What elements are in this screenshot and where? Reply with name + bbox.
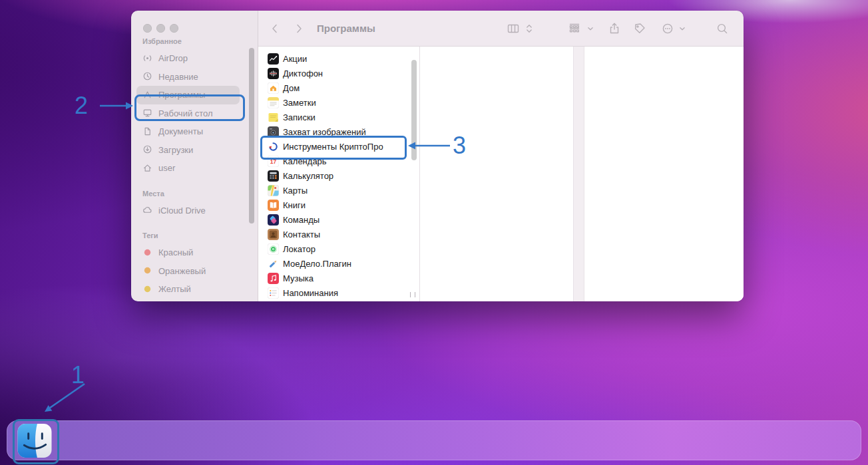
sidebar-section: ИзбранноеAirDropНедавниеПрограммыРабочий… (131, 33, 258, 178)
app-row-contacts[interactable]: Контакты (258, 227, 419, 241)
svg-text:17: 17 (270, 158, 277, 165)
column-resize-handle[interactable] (410, 292, 415, 297)
app-row-shortcuts[interactable]: Команды (258, 212, 419, 227)
sidebar-item-user[interactable]: user (136, 159, 240, 178)
app-row-label: Инструменты КриптоПро (283, 142, 383, 152)
column-empty-preview (420, 47, 573, 301)
tag-icon[interactable] (632, 21, 647, 36)
app-row-notes[interactable]: Заметки (258, 95, 419, 110)
app-row-label: МоеДело.Плагин (283, 259, 351, 269)
sidebar-item-airdrop[interactable]: AirDrop (136, 49, 240, 68)
share-icon[interactable] (607, 21, 622, 36)
applications-list: АкцииДиктофонДомЗаметкиЗапискиЗахват изо… (258, 47, 419, 301)
view-sort-chevrons-icon[interactable] (522, 21, 537, 36)
sidebar-section-header: Места (131, 186, 258, 202)
cloud-icon (142, 205, 153, 216)
app-row-stocks[interactable]: Акции (258, 51, 419, 66)
sidebar-item-icloud-drive[interactable]: iCloud Drive (136, 202, 240, 220)
home-icon (142, 163, 153, 174)
app-row-calculator[interactable]: Калькулятор (258, 168, 419, 183)
column-divider[interactable] (573, 47, 584, 301)
column-view-icon[interactable] (506, 21, 521, 36)
desktop-icon (142, 108, 153, 118)
sidebar-item-label: Красный (158, 247, 193, 257)
sidebar-item-label: Оранжевый (158, 266, 206, 276)
reminders-icon (268, 287, 279, 299)
document-icon (142, 126, 153, 137)
minimize-button[interactable] (156, 24, 165, 33)
search-icon[interactable] (715, 21, 730, 36)
shortcuts-icon (268, 214, 279, 226)
app-row-label: Диктофон (283, 69, 323, 78)
download-circle-icon (142, 144, 153, 155)
column-view-content: АкцииДиктофонДомЗаметкиЗапискиЗахват изо… (258, 47, 744, 301)
column-empty-preview-2 (584, 47, 744, 301)
sidebar-item-downloads[interactable]: Загрузки (136, 141, 240, 160)
more-chevron-down-icon[interactable] (675, 21, 690, 36)
dock (7, 420, 861, 460)
app-row-next-clipped[interactable] (258, 300, 419, 301)
finder-sidebar: ИзбранноеAirDropНедавниеПрограммыРабочий… (131, 11, 258, 301)
app-row-label: Захват изображений (283, 127, 366, 137)
app-row-home[interactable]: Дом (258, 80, 419, 95)
app-row-cryptopro-tools[interactable]: Инструменты КриптоПро (258, 139, 419, 154)
sidebar-item-documents[interactable]: Документы (136, 122, 240, 141)
back-button[interactable] (268, 21, 282, 36)
sidebar-section: ТегиКрасныйОранжевыйЖелтый (131, 228, 258, 299)
app-row-label: Контакты (283, 230, 320, 239)
pencil-icon (268, 258, 279, 269)
app-row-label: Музыка (283, 273, 314, 283)
tag-dot-red (142, 247, 153, 258)
finder-window: ИзбранноеAirDropНедавниеПрограммыРабочий… (131, 11, 744, 301)
finder-main: Программы АкцииДиктофонДомЗаметкиЗаписки… (258, 11, 744, 301)
close-button[interactable] (143, 24, 152, 33)
app-row-find-my[interactable]: Локатор (258, 241, 419, 256)
traffic-lights (131, 11, 258, 31)
sidebar-item-label: Желтый (158, 284, 191, 294)
sidebar-item-label: iCloud Drive (158, 206, 206, 216)
sidebar-sections: ИзбранноеAirDropНедавниеПрограммыРабочий… (131, 31, 258, 299)
sidebar-section-header: Избранное (131, 33, 258, 49)
sidebar-section: МестаiCloud Drive (131, 186, 258, 220)
window-title: Программы (317, 11, 375, 46)
sidebar-item-tag-orange[interactable]: Оранжевый (136, 262, 240, 281)
app-row-image-capture[interactable]: Захват изображений (258, 124, 419, 139)
app-row-books[interactable]: Книги (258, 198, 419, 212)
sidebar-item-applications[interactable]: Программы (136, 86, 240, 104)
sidebar-item-recents[interactable]: Недавние (136, 68, 240, 86)
sidebar-item-label: Рабочий стол (158, 108, 213, 118)
calendar-icon: 17 (268, 156, 279, 167)
group-chevron-down-icon[interactable] (583, 21, 598, 36)
file-list-scrollbar[interactable] (411, 60, 417, 160)
app-row-label: Заметки (283, 98, 316, 108)
sidebar-scrollbar[interactable] (249, 48, 254, 224)
stocks-icon (268, 53, 279, 65)
home-app-icon (268, 82, 279, 94)
annotation-number-1: 1 (71, 363, 85, 387)
app-row-calendar[interactable]: 17Календарь (258, 154, 419, 168)
dock-finder-button[interactable] (17, 424, 52, 458)
group-by-icon[interactable] (567, 21, 582, 36)
annotation-number-3: 3 (453, 134, 466, 158)
finder-toolbar: Программы (258, 11, 744, 47)
forward-button[interactable] (292, 21, 306, 36)
voice-memos-icon (268, 68, 279, 79)
app-row-voice-memos[interactable]: Диктофон (258, 66, 419, 80)
app-row-music[interactable]: Музыка (258, 271, 419, 285)
sidebar-item-tag-yellow[interactable]: Желтый (136, 280, 240, 299)
app-row-maps[interactable]: Карты (258, 183, 419, 198)
books-icon (268, 200, 279, 211)
airdrop-icon (142, 53, 153, 64)
app-row-label: Калькулятор (283, 171, 333, 181)
notes-icon (268, 97, 279, 108)
sidebar-item-label: Документы (158, 126, 203, 136)
sidebar-item-label: user (158, 163, 175, 173)
more-options-icon[interactable] (660, 21, 675, 36)
sidebar-item-desktop[interactable]: Рабочий стол (136, 104, 240, 123)
app-row-reminders[interactable]: Напоминания (258, 285, 419, 300)
zoom-button[interactable] (170, 24, 178, 33)
app-row-stickies[interactable]: Записки (258, 110, 419, 124)
sidebar-item-tag-red[interactable]: Красный (136, 243, 240, 262)
app-row-moedelo-plugin[interactable]: МоеДело.Плагин (258, 256, 419, 271)
tag-dot-orange (142, 265, 153, 276)
